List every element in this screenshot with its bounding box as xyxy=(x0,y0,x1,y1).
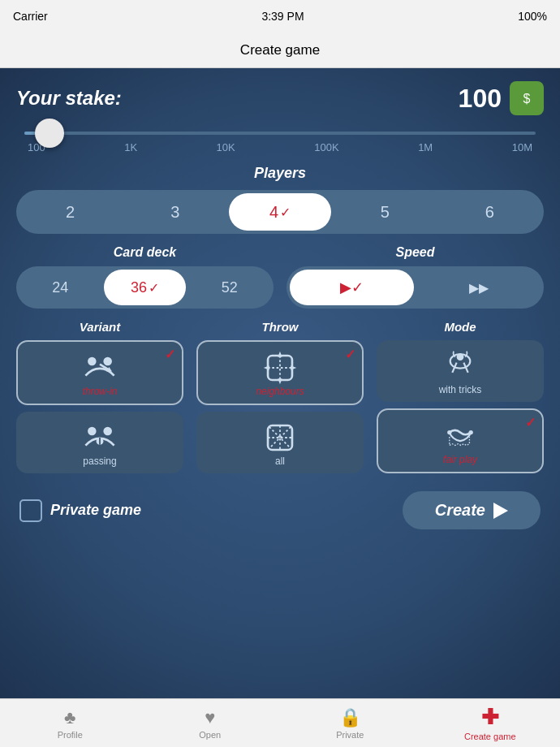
card-speed-row: Card deck 24 36 ✓ 52 Speed ▶✓ ▶▶ xyxy=(16,245,544,309)
mode-title: Mode xyxy=(444,320,476,334)
variant-throw-in-icon xyxy=(82,350,118,386)
throw-neighbours-card[interactable]: ✓ neighbours xyxy=(196,340,364,405)
create-button-label: Create xyxy=(435,501,485,520)
stake-right: 100 $ xyxy=(459,81,544,115)
speed-btn-fast[interactable]: ▶▶ xyxy=(417,270,541,305)
stake-row: Your stake: 100 $ xyxy=(16,81,544,115)
variant-passing-icon xyxy=(82,420,118,456)
players-section: Players 2 3 4 ✓ 5 6 xyxy=(16,165,544,234)
throw-neighbours-icon xyxy=(262,350,298,386)
create-button[interactable]: Create xyxy=(403,491,541,529)
tab-profile[interactable]: ♣ Profile xyxy=(0,707,140,740)
variant-section: Variant ✓ throw-in xyxy=(16,320,183,480)
variant-throw-mode-row: Variant ✓ throw-in xyxy=(16,320,544,480)
tab-profile-icon: ♣ xyxy=(64,707,75,728)
variant-passing-label: passing xyxy=(83,456,116,467)
variant-throw-in-label: throw-in xyxy=(83,386,118,397)
tab-private-icon: 🔒 xyxy=(339,707,361,728)
svg-point-2 xyxy=(88,357,97,366)
variant-throw-in-check: ✓ xyxy=(165,347,175,362)
slider-container[interactable]: 100 1K 10K 100K 1M 10M xyxy=(16,132,544,153)
svg-point-6 xyxy=(103,427,112,436)
card-deck-section: Card deck 24 36 ✓ 52 xyxy=(16,245,274,309)
nav-title: Create game xyxy=(240,42,320,58)
private-game-checkbox[interactable] xyxy=(19,499,42,522)
battery-label: 100% xyxy=(518,10,547,23)
variant-title: Variant xyxy=(80,320,120,334)
svg-point-17 xyxy=(457,353,464,361)
speed-title: Speed xyxy=(286,245,544,260)
slider-thumb[interactable] xyxy=(35,119,64,148)
create-button-icon xyxy=(493,503,508,519)
speed-row: ▶✓ ▶▶ xyxy=(286,266,544,309)
svg-marker-11 xyxy=(264,365,269,369)
variant-passing-card[interactable]: passing xyxy=(16,412,183,473)
slider-labels: 100 1K 10K 100K 1M 10M xyxy=(24,141,536,153)
throw-all-icon xyxy=(262,420,298,456)
tab-open-label: Open xyxy=(199,730,221,740)
tab-profile-label: Profile xyxy=(58,730,83,740)
slider-label-1m: 1M xyxy=(418,141,433,153)
speed-section: Speed ▶✓ ▶▶ xyxy=(286,245,544,309)
slider-label-10k: 10K xyxy=(217,141,235,153)
deck-btn-24[interactable]: 24 xyxy=(19,270,101,305)
mode-fair-play-check: ✓ xyxy=(525,415,536,430)
private-game-toggle[interactable]: Private game xyxy=(19,499,141,522)
svg-rect-8 xyxy=(268,356,292,380)
throw-section: Throw ✓ neighbours all xyxy=(196,320,364,480)
svg-marker-9 xyxy=(278,352,282,357)
card-deck-title: Card deck xyxy=(16,245,274,260)
tab-open[interactable]: ♥ Open xyxy=(140,707,281,740)
deck-btn-52[interactable]: 52 xyxy=(189,270,270,305)
private-game-label: Private game xyxy=(50,502,141,519)
svg-point-5 xyxy=(88,427,97,436)
carrier-label: Carrier xyxy=(13,10,48,23)
tab-open-icon: ♥ xyxy=(205,707,215,728)
throw-neighbours-label: neighbours xyxy=(256,386,304,397)
tab-create-game-icon: ✚ xyxy=(481,705,499,730)
slider-label-100k: 100K xyxy=(314,141,338,153)
player-btn-2[interactable]: 2 xyxy=(19,193,121,231)
throw-title: Throw xyxy=(262,320,299,334)
svg-text:$: $ xyxy=(523,92,531,106)
tab-private[interactable]: 🔒 Private xyxy=(280,707,420,740)
svg-marker-10 xyxy=(278,378,282,384)
svg-marker-12 xyxy=(291,365,296,369)
mode-with-tricks-icon xyxy=(442,348,478,384)
mode-with-tricks-label: with tricks xyxy=(439,384,482,395)
main-content: Your stake: 100 $ 100 1K 10K 100K 1M 10M xyxy=(0,68,560,698)
players-row: 2 3 4 ✓ 5 6 xyxy=(16,190,544,234)
tab-create-game-label: Create game xyxy=(464,732,516,741)
deck-btn-36[interactable]: 36 ✓ xyxy=(104,270,185,305)
nav-bar: Create game xyxy=(0,32,560,68)
mode-section: Mode with tricks ✓ xyxy=(377,320,544,480)
player-btn-4[interactable]: 4 ✓ xyxy=(229,193,330,231)
card-deck-row: 24 36 ✓ 52 xyxy=(16,266,274,309)
stake-value: 100 xyxy=(459,84,502,114)
status-bar-right: 100% xyxy=(518,10,547,23)
mode-with-tricks-card[interactable]: with tricks xyxy=(377,340,544,402)
mode-fair-play-label: fair play xyxy=(443,454,477,465)
stake-label: Your stake: xyxy=(16,87,122,110)
players-title: Players xyxy=(16,165,544,182)
throw-all-card[interactable]: all xyxy=(196,412,364,473)
throw-neighbours-check: ✓ xyxy=(345,347,355,362)
player-btn-6[interactable]: 6 xyxy=(439,193,541,231)
throw-all-label: all xyxy=(275,456,285,467)
player-btn-5[interactable]: 5 xyxy=(334,193,436,231)
time-label: 3:39 PM xyxy=(261,10,304,23)
coin-icon: $ xyxy=(510,81,544,115)
tab-create-game[interactable]: ✚ Create game xyxy=(420,705,561,741)
slider-label-1k: 1K xyxy=(124,141,137,153)
bottom-row: Private game Create xyxy=(16,491,544,529)
svg-point-19 xyxy=(469,430,473,434)
mode-fair-play-card[interactable]: ✓ fair play xyxy=(377,408,544,473)
player-btn-3[interactable]: 3 xyxy=(124,193,226,231)
slider-label-10m: 10M xyxy=(512,141,532,153)
variant-throw-in-card[interactable]: ✓ throw-in xyxy=(16,340,183,405)
tab-bar: ♣ Profile ♥ Open 🔒 Private ✚ Create game xyxy=(0,698,560,747)
svg-point-3 xyxy=(103,357,112,366)
tab-private-label: Private xyxy=(336,730,364,740)
speed-btn-normal[interactable]: ▶✓ xyxy=(290,270,414,305)
svg-point-18 xyxy=(447,430,451,434)
